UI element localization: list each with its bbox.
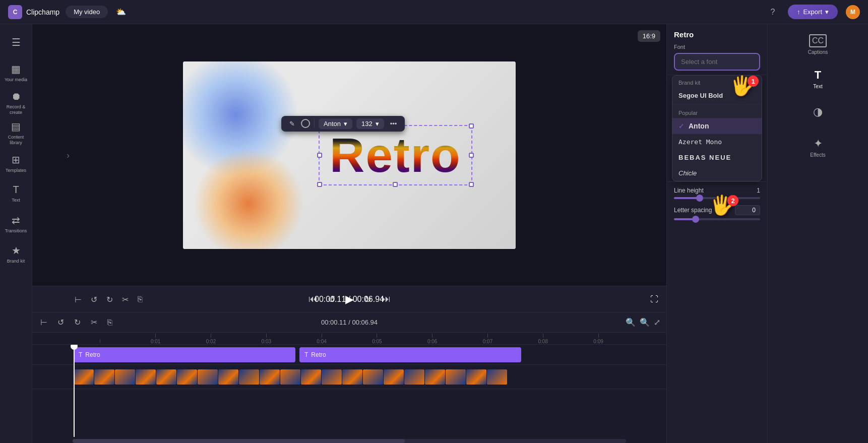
video-frame-13 [322, 369, 342, 385]
letter-spacing-input[interactable] [735, 205, 760, 215]
video-track [32, 365, 666, 389]
zoom-out-icon[interactable]: 🔍 [626, 318, 636, 327]
handle-bottom-left[interactable] [317, 182, 322, 187]
sidebar-item-your-media[interactable]: ▦ Your media [2, 58, 30, 87]
font-search-input[interactable] [674, 53, 760, 71]
font-option-azeret[interactable]: Azeret Mono [672, 134, 762, 150]
letter-spacing-slider-track[interactable] [674, 218, 760, 220]
handle-middle-left[interactable] [317, 153, 322, 158]
video-frame-11 [280, 369, 300, 385]
timeline-undo-icon[interactable]: ↺ [55, 315, 66, 329]
video-strip [74, 369, 527, 385]
font-option-anton[interactable]: ✓ Anton [672, 118, 762, 134]
cut-icon[interactable]: ✂ [120, 292, 131, 306]
text-clip-1[interactable]: T Retro [74, 347, 295, 362]
export-button[interactable]: ↑ Export ▾ [788, 5, 838, 19]
effects-label: Effects [810, 152, 825, 158]
app-logo: C Clipchamp [8, 5, 59, 19]
right-sidebar: CC Captions T Text ◑ ✦ Effects [767, 24, 868, 443]
text-selection-box[interactable]: Retro [319, 125, 472, 185]
sidebar-item-brand-kit[interactable]: ★ Brand kit [2, 240, 30, 268]
video-frame-20 [466, 369, 486, 385]
timeline-scrollbar[interactable] [73, 439, 626, 443]
text-clip-2[interactable]: T Retro [299, 347, 521, 362]
export-icon: ↑ [797, 8, 800, 16]
handle-bottom-middle[interactable] [393, 182, 398, 187]
more-options-icon[interactable]: ••• [388, 119, 399, 129]
line-height-slider-thumb[interactable] [696, 195, 703, 202]
sidebar-label-content-library: Content library [2, 135, 30, 146]
main-content: ☰ ▦ Your media ⏺ Record & create ▤ Conte… [0, 24, 868, 443]
timeline-redo-icon[interactable]: ↻ [72, 315, 83, 329]
redo-icon[interactable]: ↻ [104, 292, 115, 306]
font-label: Font [674, 44, 760, 50]
font-size-selector[interactable]: 132 ▾ [356, 118, 384, 129]
logo-icon: C [8, 5, 22, 19]
sidebar-item-captions[interactable]: CC Captions [798, 28, 838, 60]
scrollbar-thumb[interactable] [73, 439, 405, 443]
copy-icon[interactable]: ⎘ [136, 292, 145, 306]
handle-middle-right[interactable] [469, 153, 474, 158]
collapse-sidebar-btn[interactable]: › [67, 150, 70, 160]
timeline-split-icon[interactable]: ⊢ [38, 315, 49, 329]
sidebar-label-brand-kit: Brand kit [7, 259, 25, 264]
sidebar-item-text[interactable]: T Text [2, 179, 30, 208]
ruler-mark-5: 0:05 [349, 334, 405, 344]
handle-bottom-right[interactable] [469, 182, 474, 187]
playback-time: 00:00.11 / 00:06.94 [315, 295, 384, 304]
sidebar-item-templates[interactable]: ⊞ Templates [2, 149, 30, 177]
sidebar-label-text: Text [12, 198, 20, 203]
video-frame-16 [384, 369, 404, 385]
font-option-segoe[interactable]: Segoe UI Bold [672, 88, 762, 103]
ruler-label-5: 0:05 [372, 339, 382, 344]
timeline-copy-icon[interactable]: ⎘ [105, 316, 114, 329]
left-sidebar: ☰ ▦ Your media ⏺ Record & create ▤ Conte… [0, 24, 32, 443]
edit-text-icon[interactable]: ✎ [287, 119, 297, 129]
right-panel: Retro Font Brand kit Segoe UI Bold Popul… [666, 24, 868, 443]
timeline-cut-icon[interactable]: ✂ [89, 315, 99, 329]
templates-icon: ⊞ [12, 154, 20, 166]
video-clip[interactable] [74, 367, 527, 387]
split-tool-icon[interactable]: ⊢ [73, 292, 84, 306]
help-icon[interactable]: ? [766, 5, 780, 19]
zoom-in-icon[interactable]: 🔍 [640, 318, 650, 327]
playhead[interactable] [74, 345, 75, 437]
hamburger-icon: ☰ [12, 36, 21, 48]
timeline-ruler: 0:01 0:02 0:03 0:04 0:05 0:06 0:07 0:08 … [32, 333, 666, 345]
ruler-mark-9: 0:09 [571, 334, 626, 344]
zoom-controls: 🔍 🔍 ⤢ [626, 318, 660, 327]
undo-icon[interactable]: ↺ [89, 292, 99, 306]
timeline-toolbar: ⊢ ↺ ↻ ✂ ⎘ 00:00.11 / 00:06.94 🔍 🔍 ⤢ [32, 312, 666, 333]
font-selector[interactable]: Anton ▾ [319, 118, 352, 129]
video-frame-15 [363, 369, 383, 385]
sidebar-item-effects[interactable]: ✦ Effects [798, 131, 838, 163]
aspect-ratio-badge[interactable]: 16:9 [638, 30, 660, 42]
video-title-tab[interactable]: My video [66, 6, 108, 18]
letter-spacing-slider-thumb[interactable] [692, 216, 699, 223]
sidebar-item-text-right[interactable]: T Text [798, 62, 838, 95]
font-option-chicle[interactable]: Chicle [672, 165, 762, 181]
letter-spacing-section: Letter spacing [674, 205, 760, 220]
sidebar-item-filters[interactable]: ◑ [798, 97, 838, 129]
text-clip-icon: T [79, 351, 82, 358]
fullscreen-button[interactable]: ⛶ [650, 295, 658, 304]
sidebar-item-hamburger[interactable]: ☰ [2, 28, 30, 56]
user-avatar[interactable]: M [846, 5, 860, 19]
line-height-slider-track[interactable] [674, 197, 760, 199]
video-frame-14 [342, 369, 362, 385]
ruler-mark-6: 0:06 [405, 334, 460, 344]
video-frame-12 [301, 369, 321, 385]
sidebar-item-record-create[interactable]: ⏺ Record & create [2, 89, 30, 117]
font-option-bebas[interactable]: BEBAS NEUE [672, 150, 762, 165]
sidebar-item-transitions[interactable]: ⇄ Transitions [2, 210, 30, 238]
fit-zoom-icon[interactable]: ⤢ [654, 318, 660, 327]
handle-top-right[interactable] [469, 123, 474, 129]
color-picker-icon[interactable] [301, 119, 310, 128]
video-frame-19 [446, 369, 466, 385]
brand-kit-section-label: Brand kit [672, 76, 762, 88]
your-media-icon: ▦ [11, 63, 21, 75]
video-canvas[interactable]: Retro ✎ Anton ▾ [183, 61, 516, 249]
text-track-1: T Retro T Retro [32, 345, 666, 365]
sidebar-item-content-library[interactable]: ▤ Content library [2, 119, 30, 147]
video-frame-17 [404, 369, 424, 385]
